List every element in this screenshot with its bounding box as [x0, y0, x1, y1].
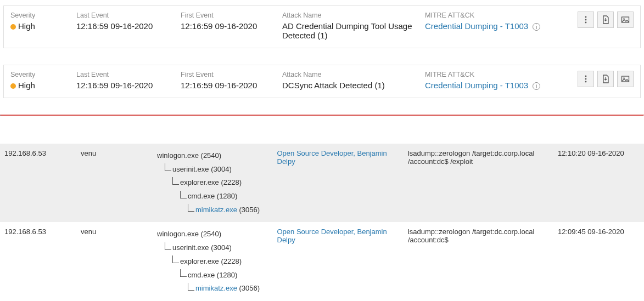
- signer-link[interactable]: Open Source Developer, Benjamin Delpy: [277, 149, 387, 166]
- spacer: [0, 116, 644, 144]
- field-first-event: First Event 12:16:59 09-16-2020: [181, 12, 282, 40]
- process-node: winlogon.exe (2540): [157, 149, 277, 163]
- alert-fields: Severity High Last Event 12:16:59 09-16-…: [10, 71, 578, 90]
- label-attack-name: Attack Name: [282, 12, 414, 19]
- svg-point-5: [585, 76, 587, 77]
- info-icon[interactable]: i: [533, 23, 540, 31]
- svg-point-6: [585, 78, 587, 80]
- value-attack-name: AD Credential Dumping Tool Usage Detecte…: [282, 21, 414, 40]
- tree-connector-icon: [165, 163, 171, 171]
- cell-user: venu: [81, 149, 157, 157]
- field-attack-name: Attack Name DCSync Attack Detected (1): [282, 71, 425, 90]
- process-pid: (2228): [221, 257, 242, 265]
- severity-text: High: [18, 21, 35, 31]
- severity-text: High: [18, 81, 35, 90]
- svg-point-7: [585, 81, 587, 83]
- cell-time: 12:10:20 09-16-2020: [558, 149, 640, 157]
- process-link[interactable]: mimikatz.exe: [195, 206, 237, 214]
- tree-connector-icon: [172, 255, 179, 263]
- svg-point-4: [623, 18, 624, 19]
- mitre-link[interactable]: Credential Dumping - T1003: [425, 81, 528, 90]
- kebab-icon: [581, 15, 590, 24]
- value-mitre: Credential Dumping - T1003 i: [425, 21, 546, 31]
- value-mitre: Credential Dumping - T1003 i: [425, 81, 546, 90]
- process-name: userinit.exe: [172, 243, 209, 252]
- label-severity: Severity: [10, 71, 65, 78]
- field-severity: Severity High: [10, 71, 76, 90]
- cell-user: venu: [81, 228, 157, 236]
- field-severity: Severity High: [10, 12, 76, 40]
- cell-process-tree: winlogon.exe (2540)userinit.exe (3004)ex…: [157, 149, 277, 217]
- mitre-link[interactable]: Credential Dumping - T1003: [425, 21, 528, 31]
- field-last-event: Last Event 12:16:59 09-16-2020: [76, 12, 181, 40]
- tree-connector-icon: [180, 191, 187, 198]
- process-node: userinit.exe (3004): [157, 241, 277, 255]
- process-pid: (1280): [217, 271, 238, 279]
- tree-connector-icon: [172, 177, 179, 185]
- process-link[interactable]: mimikatz.exe: [195, 284, 237, 292]
- process-pid: (3004): [211, 243, 232, 252]
- screenshot-button[interactable]: [617, 12, 634, 28]
- process-pid: (2540): [201, 230, 222, 238]
- svg-point-0: [585, 16, 587, 18]
- process-pid: (3004): [211, 165, 232, 173]
- label-attack-name: Attack Name: [282, 71, 414, 78]
- details-table: 192.168.6.53venuwinlogon.exe (2540)useri…: [0, 144, 644, 301]
- svg-point-1: [585, 19, 587, 21]
- image-icon: [621, 15, 630, 24]
- svg-rect-3: [622, 17, 629, 22]
- process-pid: (3056): [239, 206, 260, 214]
- process-node: cmd.exe (1280): [157, 190, 277, 203]
- cell-ip: 192.168.6.53: [4, 149, 81, 157]
- cell-ip: 192.168.6.53: [4, 228, 81, 236]
- cell-time: 12:09:45 09-16-2020: [558, 228, 640, 236]
- alert-fields: Severity High Last Event 12:16:59 09-16-…: [10, 12, 578, 40]
- export-button[interactable]: [597, 12, 614, 28]
- process-name: explorer.exe: [180, 178, 219, 186]
- label-first-event: First Event: [181, 12, 271, 19]
- document-icon: [601, 75, 610, 83]
- detail-row: 192.168.6.53venuwinlogon.exe (2540)useri…: [0, 144, 644, 222]
- process-name: userinit.exe: [172, 165, 209, 173]
- export-button[interactable]: [597, 71, 614, 87]
- more-options-button[interactable]: [578, 12, 594, 28]
- svg-point-9: [623, 77, 624, 78]
- field-first-event: First Event 12:16:59 09-16-2020: [181, 71, 282, 90]
- more-options-button[interactable]: [578, 71, 594, 87]
- process-pid: (2228): [221, 178, 242, 186]
- process-pid: (2540): [201, 151, 222, 160]
- field-attack-name: Attack Name AD Credential Dumping Tool U…: [282, 12, 425, 40]
- alert-card: Severity High Last Event 12:16:59 09-16-…: [3, 65, 641, 98]
- process-name: cmd.exe: [188, 271, 215, 279]
- severity-dot-icon: [10, 24, 16, 30]
- field-mitre: MITRE ATT&CK Credential Dumping - T1003 …: [425, 71, 557, 90]
- process-pid: (1280): [217, 192, 238, 200]
- process-node: userinit.exe (3004): [157, 163, 277, 177]
- tree-connector-icon: [165, 242, 171, 250]
- process-node: winlogon.exe (2540): [157, 228, 277, 241]
- tree-connector-icon: [188, 204, 194, 212]
- kebab-icon: [581, 75, 590, 83]
- cell-command: lsadump::zerologon /target:dc.corp.local…: [408, 149, 558, 166]
- detail-row: 192.168.6.53venuwinlogon.exe (2540)useri…: [0, 222, 644, 300]
- screenshot-button[interactable]: [617, 71, 634, 87]
- info-icon[interactable]: i: [533, 82, 540, 90]
- value-first-event: 12:16:59 09-16-2020: [181, 21, 271, 31]
- process-name: winlogon.exe: [157, 151, 199, 160]
- process-node: explorer.exe (2228): [157, 255, 277, 269]
- signer-link[interactable]: Open Source Developer, Benjamin Delpy: [277, 228, 387, 244]
- svg-rect-8: [622, 76, 629, 82]
- field-mitre: MITRE ATT&CK Credential Dumping - T1003 …: [425, 12, 557, 40]
- value-last-event: 12:16:59 09-16-2020: [76, 81, 170, 90]
- label-mitre: MITRE ATT&CK: [425, 12, 546, 19]
- image-icon: [621, 75, 630, 83]
- field-last-event: Last Event 12:16:59 09-16-2020: [76, 71, 181, 90]
- alert-card: Severity High Last Event 12:16:59 09-16-…: [3, 5, 641, 48]
- value-first-event: 12:16:59 09-16-2020: [181, 81, 271, 90]
- process-name: explorer.exe: [180, 257, 219, 265]
- process-pid: (3056): [239, 284, 260, 292]
- cell-signer: Open Source Developer, Benjamin Delpy: [277, 149, 408, 166]
- value-severity: High: [10, 81, 65, 90]
- label-first-event: First Event: [181, 71, 271, 78]
- cell-signer: Open Source Developer, Benjamin Delpy: [277, 228, 408, 244]
